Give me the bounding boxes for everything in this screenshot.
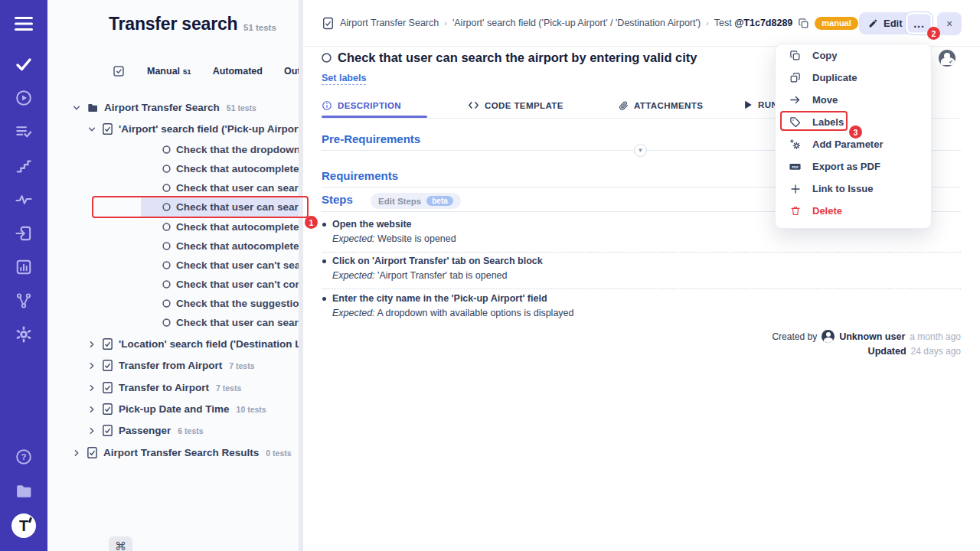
tree-test[interactable]: Check that user can search the airport b… — [162, 313, 299, 332]
expected-value: A dropdown with available options is dis… — [377, 308, 573, 318]
branches-fork-icon[interactable] — [15, 292, 32, 309]
test-status-circle-icon — [162, 145, 171, 154]
tree-suite-location-field[interactable]: 'Location' search field ('Destination Lo… — [87, 334, 299, 354]
plans-list-check-icon[interactable] — [15, 123, 33, 141]
tree-test[interactable]: Check that user can search the airport b… — [162, 178, 299, 197]
runs-play-icon[interactable] — [15, 90, 33, 107]
tree-label: 'Airport' search field ('Pick-up Airport… — [119, 123, 299, 135]
menu-item-copy[interactable]: Copy — [776, 44, 931, 67]
test-title: Check that user can search the airport b… — [338, 51, 697, 65]
suite-doc-icon — [102, 122, 113, 135]
chevron-right-icon[interactable] — [87, 405, 96, 414]
tab-run[interactable]: RUN — [744, 100, 778, 109]
keyboard-shortcut-badge[interactable]: ⌘ — [109, 536, 132, 551]
tree-test[interactable]: Check that the suggestions in the 'Airpo… — [162, 294, 299, 313]
reports-chart-icon[interactable] — [15, 259, 32, 276]
active-tab-underline — [322, 116, 427, 118]
edit-steps-label: Edit Steps — [378, 197, 421, 206]
tree-label: Check that user can search the airport b… — [176, 317, 299, 328]
tab-attachments[interactable]: ATTACHMENTS — [619, 100, 703, 111]
tree-count: 6 tests — [178, 426, 203, 435]
tab-automated[interactable]: Automated — [213, 66, 263, 77]
tab-out-of-sync[interactable]: Out of sync — [284, 66, 299, 77]
assignee-avatar-icon[interactable] — [939, 50, 956, 67]
tree-suite-transfer-to[interactable]: Transfer to Airport7 tests — [87, 378, 299, 397]
close-test-button[interactable]: × — [937, 12, 962, 35]
tab-manual-count: 51 — [183, 67, 191, 76]
expected-label: Expected: — [332, 270, 375, 281]
tree-test[interactable]: Check that the dropdown with relevant su… — [162, 140, 299, 159]
menu-item-link-to-issue[interactable]: Link to Issue — [776, 178, 931, 200]
chevron-right-icon[interactable] — [72, 448, 81, 458]
tests-check-icon[interactable] — [15, 55, 33, 73]
tree-label: Check that autocomplete suggestions are … — [176, 221, 299, 233]
tree-suite-pickup-date[interactable]: Pick-up Date and Time10 tests — [87, 399, 299, 419]
help-icon[interactable]: ? — [15, 448, 33, 466]
hamburger-menu-icon[interactable] — [15, 17, 33, 31]
tab-manual[interactable]: Manual51 — [147, 66, 191, 77]
menu-item-export-pdf[interactable]: PDF Export as PDF — [776, 155, 931, 178]
app-logo[interactable]: T — [11, 514, 36, 538]
tree-test[interactable]: Check that autocomplete suggestions are … — [162, 236, 299, 256]
chevron-right-icon[interactable] — [87, 361, 96, 370]
tree-label: Check that user can search the airport b… — [176, 182, 299, 194]
copy-id-icon[interactable] — [798, 18, 809, 29]
settings-gear-icon[interactable] — [15, 326, 33, 344]
tree-suite-search-results[interactable]: Airport Transfer Search Results0 tests — [72, 443, 299, 462]
chevron-right-icon[interactable] — [87, 383, 96, 393]
tree-suite-passenger[interactable]: Passenger6 tests — [87, 421, 299, 440]
breadcrumb-suite[interactable]: 'Airport' search field ('Pick-up Airport… — [452, 18, 701, 28]
shared-steps-icon[interactable] — [15, 158, 32, 174]
annotation-badge-2: 2 — [927, 27, 940, 40]
expected-label: Expected: — [332, 233, 375, 244]
select-all-icon[interactable] — [112, 64, 126, 78]
gear-plus-icon — [789, 139, 802, 151]
project-title: Transfer search — [109, 14, 237, 34]
tree-label: Check that user can't continue transfer … — [176, 279, 299, 290]
panel-divider[interactable] — [299, 0, 303, 551]
tree-suite-airport-field[interactable]: 'Airport' search field ('Pick-up Airport… — [87, 119, 299, 139]
edit-button[interactable]: Edit — [859, 12, 912, 34]
menu-item-label: Add Parameter — [812, 139, 883, 150]
requirements-heading: Requirements — [322, 169, 398, 182]
tree-test[interactable]: Check that user can't continue transfer … — [162, 275, 299, 294]
collapse-toggle-chevron-icon[interactable]: ▼ — [634, 144, 647, 157]
activity-pulse-icon[interactable] — [15, 191, 33, 209]
chevron-right-icon[interactable] — [87, 340, 96, 349]
tree-test[interactable]: Check that autocomplete suggestings are … — [162, 159, 299, 178]
tree-label: Airport Transfer Search Results — [103, 447, 259, 458]
tree-test[interactable]: Check that autocomplete suggestions are … — [162, 217, 299, 236]
tree-test-selected[interactable]: Check that user can search the airport b… — [162, 197, 299, 217]
chevron-right-icon[interactable] — [87, 426, 96, 435]
svg-text:?: ? — [21, 452, 26, 461]
projects-folder-icon[interactable] — [15, 482, 34, 501]
step-action: Enter the city name in the 'Pick-up Airp… — [332, 293, 547, 304]
chevron-down-icon[interactable] — [72, 103, 81, 112]
annotation-badge-1: 1 — [305, 216, 318, 229]
pre-requirements-heading: Pre-Requirements — [322, 132, 420, 145]
tab-code-template[interactable]: CODE TEMPLATE — [468, 100, 564, 110]
breadcrumb-test: Test @T1c7d8289 — [714, 18, 793, 28]
tree-count: 7 tests — [229, 361, 254, 370]
tree-count: 10 tests — [237, 405, 266, 414]
tree-test[interactable]: Check that user can't search the airport… — [162, 256, 299, 275]
tree-folder-root[interactable]: Airport Transfer Search51 tests — [72, 98, 299, 117]
folder-icon — [87, 102, 99, 114]
manual-badge: manual — [815, 17, 858, 30]
step-action: Click on 'Airport Transfer' tab on Searc… — [332, 256, 543, 266]
menu-item-duplicate[interactable]: Duplicate — [776, 67, 931, 89]
tab-description[interactable]: DESCRIPTION — [322, 100, 401, 111]
set-labels-link[interactable]: Set labels — [322, 73, 366, 85]
chevron-down-icon[interactable] — [87, 125, 96, 134]
edit-steps-button[interactable]: Edit Steps beta — [371, 193, 461, 209]
menu-item-move[interactable]: Move — [776, 89, 931, 111]
tab-attachments-label: ATTACHMENTS — [634, 101, 703, 110]
tab-out-of-sync-label: Out of sync — [284, 66, 299, 77]
plus-icon — [789, 184, 802, 194]
menu-item-delete[interactable]: Delete — [776, 200, 931, 222]
import-signin-icon[interactable] — [15, 225, 33, 243]
arrow-right-icon — [789, 94, 802, 106]
breadcrumb-project[interactable]: Airport Transfer Search — [340, 18, 439, 28]
tree-suite-transfer-from[interactable]: Transfer from Airport7 tests — [87, 356, 299, 375]
tree-label: Passenger — [119, 425, 171, 436]
